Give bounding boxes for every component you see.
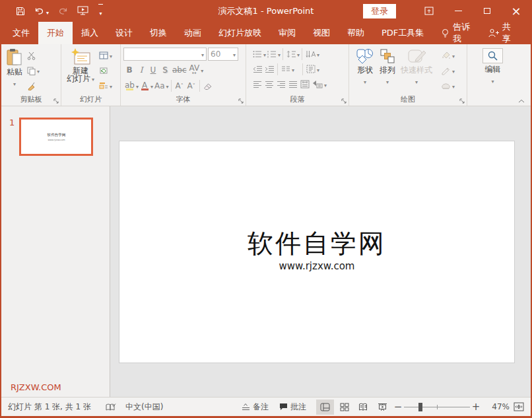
text-highlight-button[interactable]: ab [123, 80, 136, 92]
titlebar: 演示文稿1 - PowerPoint 登录 [1, 0, 531, 22]
tab-insert[interactable]: 插入 [73, 22, 107, 44]
undo-dropdown-icon[interactable] [46, 5, 49, 17]
comments-button[interactable]: 批注 [279, 401, 306, 413]
section-button[interactable] [97, 79, 114, 92]
tab-file[interactable]: 文件 [4, 22, 38, 44]
cut-button[interactable] [25, 49, 42, 62]
slide-subtitle-text[interactable]: www.rjzxw.com [119, 260, 514, 272]
reset-icon [99, 67, 108, 75]
decrease-indent-button[interactable] [251, 63, 263, 75]
notes-button[interactable]: 备注 [242, 401, 269, 413]
tab-home[interactable]: 开始 [38, 22, 73, 44]
slide-1-thumbnail[interactable]: 软件自学网 www.rjzxw.com [19, 118, 93, 156]
copy-icon [27, 67, 36, 75]
justify-button[interactable] [287, 78, 299, 90]
minimize-button[interactable] [444, 0, 473, 22]
language-indicator[interactable]: 中文(中国) [125, 401, 163, 413]
bullets-button[interactable] [251, 48, 263, 60]
paragraph-group-label: 段落 [290, 95, 305, 104]
character-spacing-button[interactable]: AV↔ [188, 64, 201, 77]
font-size-combobox[interactable]: 60 [208, 48, 238, 61]
editing-button[interactable]: 编辑 [480, 46, 506, 94]
spellcheck-icon[interactable] [106, 403, 116, 411]
character-spacing-dropdown-icon[interactable] [201, 65, 203, 75]
shapes-icon [356, 48, 374, 64]
text-direction-button[interactable] [304, 48, 317, 60]
zoom-out-button[interactable]: − [392, 401, 404, 413]
align-left-button[interactable] [251, 78, 263, 90]
tab-design[interactable]: 设计 [107, 22, 141, 44]
zoom-slider[interactable] [404, 400, 470, 415]
reset-slide-button[interactable] [97, 64, 114, 77]
drawing-group-label: 绘图 [401, 95, 415, 104]
font-group: 60 B I U S abc AV↔ ab [121, 44, 246, 106]
increase-indent-button[interactable] [263, 63, 275, 75]
drawing-dialog-launcher-icon[interactable] [459, 98, 465, 104]
normal-view-button[interactable] [316, 400, 334, 415]
reading-view-button[interactable] [354, 400, 372, 415]
lightbulb-icon [441, 28, 449, 38]
slide-counter[interactable]: 幻灯片 第 1 张, 共 1 张 [8, 401, 91, 413]
columns-button[interactable] [280, 63, 292, 75]
share-button[interactable]: 共享 [480, 22, 521, 44]
align-text-button[interactable] [305, 63, 317, 75]
font-dialog-launcher-icon[interactable] [238, 98, 244, 104]
tab-pdf-tools[interactable]: PDF工具集 [373, 22, 432, 44]
slide-sorter-view-button[interactable] [335, 400, 353, 415]
maximize-button[interactable] [473, 0, 502, 22]
new-slide-button[interactable]: 新建 幻灯片 [64, 46, 97, 94]
login-button[interactable]: 登录 [363, 4, 396, 18]
format-painter-button[interactable] [25, 79, 42, 92]
clear-formatting-button[interactable] [202, 80, 214, 92]
fit-slide-to-window-icon[interactable] [514, 402, 524, 411]
align-center-button[interactable] [263, 78, 275, 90]
text-shadow-button[interactable]: S [159, 64, 171, 77]
shapes-button[interactable]: 形状 [353, 46, 377, 94]
font-name-combobox[interactable] [123, 48, 207, 61]
shrink-font-button[interactable]: A˅ [185, 80, 197, 92]
tell-me-box[interactable]: 告诉我 [432, 22, 479, 44]
tab-view[interactable]: 视图 [304, 22, 339, 44]
tab-review[interactable]: 审阅 [270, 22, 304, 44]
paste-button[interactable]: 粘贴 [4, 46, 25, 94]
slides-group: 新建 幻灯片 [61, 44, 121, 106]
line-spacing-button[interactable] [285, 48, 297, 60]
zoom-in-button[interactable]: + [470, 401, 482, 413]
undo-icon[interactable] [34, 5, 49, 17]
tab-slideshow[interactable]: 幻灯片放映 [210, 22, 270, 44]
tab-animations[interactable]: 动画 [176, 22, 210, 44]
slide-layout-button[interactable] [97, 49, 114, 62]
bold-button[interactable]: B [123, 64, 135, 77]
close-button[interactable] [502, 0, 531, 22]
strikethrough-button[interactable]: abc [171, 64, 188, 77]
section-icon [99, 82, 108, 90]
distribute-text-button[interactable] [299, 78, 311, 90]
grow-font-button[interactable]: A˄ [174, 80, 185, 92]
arrange-button[interactable]: 排列 [377, 46, 398, 94]
tab-transitions[interactable]: 切换 [141, 22, 176, 44]
align-right-button[interactable] [275, 78, 287, 90]
change-case-button[interactable]: Aa [153, 80, 166, 92]
slide-canvas[interactable]: 软件自学网 www.rjzxw.com [119, 141, 515, 363]
font-color-button[interactable]: A [139, 80, 150, 92]
copy-button[interactable] [25, 64, 42, 77]
collapse-ribbon-icon[interactable] [518, 99, 525, 103]
convert-to-smartart-button[interactable] [311, 78, 324, 90]
clipboard-dialog-launcher-icon[interactable] [53, 98, 59, 104]
zoom-level[interactable]: 47% [483, 402, 510, 411]
watermark-text: RJZXW.COM [11, 382, 61, 392]
customize-qat-icon[interactable] [98, 4, 103, 18]
paste-dropdown-icon[interactable] [13, 79, 16, 88]
numbering-button[interactable] [266, 48, 278, 60]
comment-icon [279, 403, 288, 411]
ribbon-display-options-icon[interactable] [415, 0, 444, 22]
tab-help[interactable]: 帮助 [339, 22, 373, 44]
paragraph-dialog-launcher-icon[interactable] [341, 98, 347, 104]
save-icon[interactable] [16, 7, 25, 16]
italic-button[interactable]: I [135, 64, 147, 77]
slideshow-view-button[interactable] [374, 400, 391, 415]
start-slideshow-icon[interactable] [77, 6, 89, 16]
zoom-slider-thumb[interactable] [418, 403, 422, 411]
underline-button[interactable]: U [147, 64, 159, 77]
slide-title-text[interactable]: 软件自学网 [119, 226, 514, 261]
